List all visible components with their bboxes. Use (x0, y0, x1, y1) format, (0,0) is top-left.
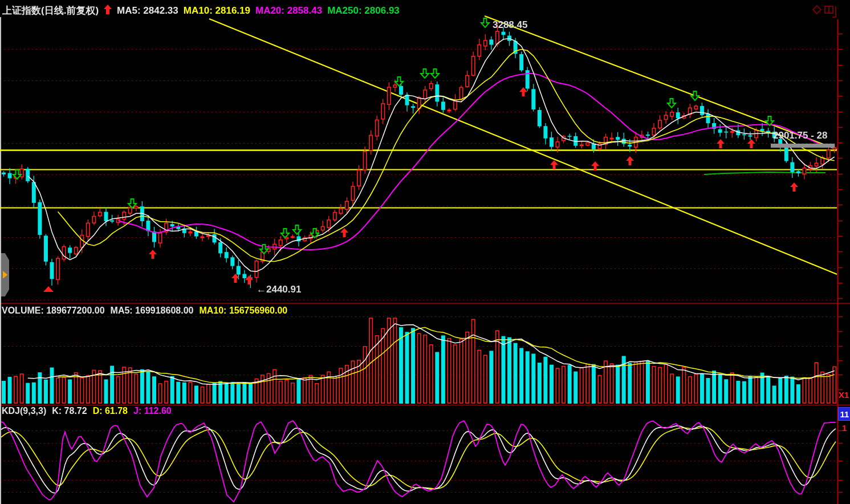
volume-ma5-readout: MA5: 169918608.00 (111, 306, 194, 316)
kdj-name: KDJ(9,3,3) (2, 406, 46, 416)
up-arrow-icon (104, 5, 112, 17)
window-controls (812, 5, 839, 21)
kdj-d-readout: D: 61.78 (93, 406, 128, 416)
diamond-icon[interactable] (812, 5, 822, 21)
sidebar-slide-handle[interactable] (0, 253, 9, 296)
kdj-j-readout: J: 112.60 (133, 406, 172, 416)
ma5-readout: MA5: 2842.33 (117, 5, 178, 17)
volume-scale-label: X1 (839, 390, 849, 400)
current-price-annotation: 2901.75 - 28 (773, 130, 836, 141)
low-price-annotation: ←2440.91 (257, 284, 301, 295)
stock-chart-window: 上证指数(日线.前复权) MA5: 2842.33 MA10: 2816.19 … (0, 0, 850, 504)
chart-canvas[interactable] (0, 0, 850, 504)
volume-pane-header: VOLUME: 189677200.00 MA5: 169918608.00 M… (2, 306, 287, 316)
expand-right-icon (3, 271, 7, 279)
kdj-pane-header: KDJ(9,3,3) K: 78.72 D: 61.78 J: 112.60 (2, 406, 172, 416)
kdj-j-axis-badge: 11 (838, 407, 850, 421)
ma250-readout: MA250: 2806.93 (327, 5, 400, 17)
volume-readout: VOLUME: 189677200.00 (2, 306, 105, 316)
kdj-axis-label: 1 (842, 423, 847, 433)
peak-price-annotation: 3288.45 (493, 19, 527, 31)
main-pane-header: 上证指数(日线.前复权) MA5: 2842.33 MA10: 2816.19 … (2, 4, 400, 17)
instrument-title: 上证指数(日线.前复权) (2, 4, 99, 17)
current-price-bar (771, 144, 835, 148)
ma20-readout: MA20: 2858.43 (255, 5, 322, 17)
ma10-readout: MA10: 2816.19 (184, 5, 250, 17)
kdj-k-readout: K: 78.72 (52, 406, 87, 416)
volume-ma10-readout: MA10: 156756960.00 (199, 306, 287, 316)
split-window-icon[interactable] (824, 5, 839, 21)
